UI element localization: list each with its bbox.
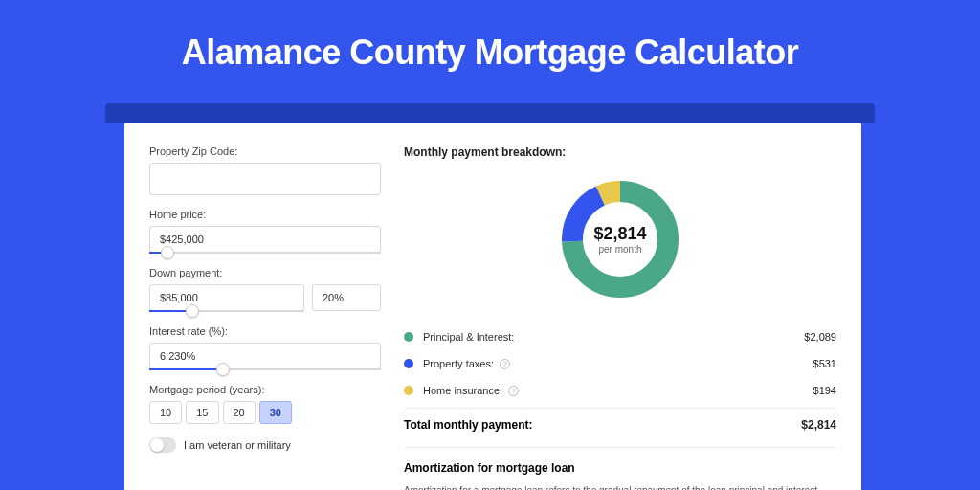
calculator-card: Property Zip Code: Home price: Down paym… (124, 122, 861, 490)
home-price-group: Home price: (149, 209, 381, 254)
rate-group: Interest rate (%): (149, 325, 381, 370)
legend-label-insurance: Home insurance: (423, 385, 502, 396)
card-back (105, 103, 875, 122)
down-payment-label: Down payment: (149, 267, 381, 278)
help-icon[interactable]: ? (500, 359, 510, 369)
rate-slider-thumb[interactable] (216, 363, 230, 376)
legend-label-principal: Principal & Interest: (423, 331, 514, 343)
period-group: Mortgage period (years): 10 15 20 30 (149, 384, 381, 424)
legend-dot-principal (404, 332, 413, 342)
rate-slider[interactable] (149, 368, 381, 370)
donut-chart: $2,814 per month (560, 179, 680, 300)
breakdown-title: Monthly payment breakdown: (404, 145, 836, 159)
down-payment-slider-thumb[interactable] (186, 304, 199, 318)
help-icon[interactable]: ? (508, 386, 519, 396)
donut-wrap: $2,814 per month (404, 172, 836, 306)
legend-row-taxes: Property taxes: ? $531 (404, 350, 836, 377)
amortization-text: Amortization for a mortgage loan refers … (404, 484, 836, 490)
legend-row-insurance: Home insurance: ? $194 (404, 377, 836, 404)
veteran-toggle[interactable] (149, 437, 176, 453)
home-price-input[interactable] (149, 226, 381, 253)
legend-row-principal: Principal & Interest: $2,089 (404, 323, 836, 350)
legend-dot-insurance (404, 386, 413, 395)
breakdown-column: Monthly payment breakdown: $2,814 per mo… (404, 145, 836, 490)
home-price-slider-thumb[interactable] (161, 246, 174, 259)
inputs-column: Property Zip Code: Home price: Down paym… (149, 145, 381, 490)
amortization-section: Amortization for mortgage loan Amortizat… (404, 447, 836, 490)
donut-center-sub: per month (598, 244, 641, 255)
zip-label: Property Zip Code: (149, 145, 381, 157)
legend-value-taxes: $531 (813, 358, 836, 369)
toggle-knob (150, 438, 164, 452)
period-10-button[interactable]: 10 (149, 401, 182, 424)
down-payment-slider[interactable] (149, 310, 304, 312)
home-price-slider[interactable] (149, 252, 381, 254)
home-price-label: Home price: (149, 209, 381, 220)
period-20-button[interactable]: 20 (223, 401, 256, 424)
period-label: Mortgage period (years): (149, 384, 381, 395)
rate-label: Interest rate (%): (149, 325, 381, 337)
donut-center-amount: $2,814 (593, 224, 646, 244)
down-payment-pct-input[interactable] (312, 284, 381, 311)
legend-row-total: Total monthly payment: $2,814 (404, 408, 836, 447)
total-value: $2,814 (801, 418, 836, 432)
zip-input[interactable] (149, 163, 381, 195)
period-15-button[interactable]: 15 (186, 401, 218, 424)
legend-value-insurance: $194 (813, 385, 836, 396)
total-label: Total monthly payment: (404, 418, 532, 432)
legend-label-taxes: Property taxes: (423, 358, 494, 369)
veteran-row: I am veteran or military (149, 437, 381, 453)
rate-input[interactable] (149, 343, 381, 369)
amortization-title: Amortization for mortgage loan (404, 461, 836, 475)
page-title: Alamance County Mortgage Calculator (0, 0, 980, 98)
veteran-label: I am veteran or military (184, 439, 291, 451)
legend-value-principal: $2,089 (804, 331, 836, 343)
legend-dot-taxes (404, 359, 413, 368)
down-payment-group: Down payment: (149, 267, 381, 312)
period-30-button[interactable]: 30 (259, 401, 292, 424)
zip-group: Property Zip Code: (149, 145, 381, 195)
down-payment-input[interactable] (149, 284, 304, 311)
